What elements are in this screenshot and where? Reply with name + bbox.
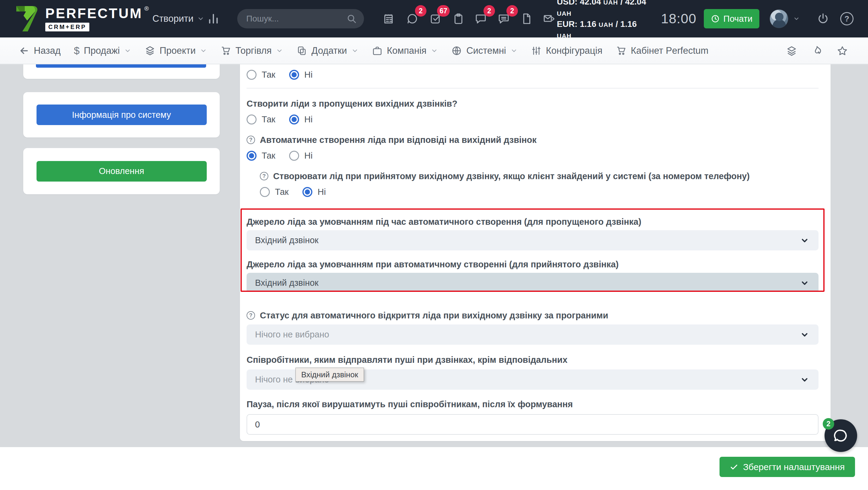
start-timer-button[interactable]: Почати (704, 9, 760, 28)
sliders-icon (531, 45, 542, 56)
pause-input[interactable] (247, 414, 818, 435)
briefcase-icon (372, 45, 383, 56)
chevron-down-icon (276, 47, 283, 54)
help-icon[interactable]: ? (840, 0, 854, 37)
radio-yes[interactable]: Так (247, 115, 275, 124)
dollar-icon: $ (74, 45, 80, 57)
radio-group-missed: Так Ні (247, 113, 818, 126)
chat-widget-badge: 2 (823, 418, 834, 430)
nav-company[interactable]: Компанія (372, 45, 438, 56)
nav-trade[interactable]: Торгівля (220, 45, 283, 56)
chevron-down-icon (200, 47, 207, 54)
logo-seven-icon (14, 5, 39, 33)
select-source-missed[interactable]: Вхідний дзвінок (247, 230, 818, 251)
help-circle-icon[interactable]: ? (247, 311, 255, 320)
start-label: Почати (723, 14, 752, 24)
document-icon[interactable] (520, 12, 533, 25)
layers-icon (145, 45, 155, 56)
back-button[interactable]: Назад (19, 45, 61, 56)
radio-no[interactable]: Ні (289, 151, 312, 161)
save-settings-button[interactable]: Зберегти налаштування (719, 457, 855, 477)
sidebar-card-partial (23, 64, 220, 79)
radio-yes[interactable]: Так (260, 187, 288, 197)
tasks-check-icon[interactable]: 67 (429, 12, 442, 25)
nav-sales[interactable]: $ Продажі (74, 45, 131, 57)
radio-group-top: Так Ні (247, 68, 818, 81)
label-employees-push: Співробітники, яким відправляти пуші при… (247, 354, 818, 366)
radio-circle (247, 151, 256, 161)
divider (247, 88, 818, 88)
clock-icon (711, 14, 720, 23)
logout-power-icon[interactable] (817, 0, 829, 37)
label-source-accepted: Джерело ліда за умовчанням при автоматич… (247, 258, 818, 270)
label-source-missed: Джерело ліда за умовчанням під час автом… (247, 216, 818, 228)
highlighted-region: Джерело ліда за умовчанням під час автом… (241, 208, 825, 292)
system-info-button[interactable]: Інформація про систему (36, 105, 207, 125)
star-icon[interactable] (837, 45, 848, 57)
nav-system[interactable]: Системні (451, 45, 518, 56)
question-auto-create: ? Автоматичне створення ліда при відпові… (247, 134, 818, 146)
nav-apps[interactable]: Додатки (297, 45, 359, 56)
settings-panel: Так Ні Створити ліди з пропущених вихідн… (240, 64, 831, 441)
label-status-open: ? Статус для автоматичного відкриття лід… (247, 309, 818, 321)
radio-group-accepted: Так Ні (260, 185, 818, 199)
label-pause-push: Пауза, після якої вирушатимуть пуші спів… (247, 398, 818, 410)
radio-circle (247, 70, 256, 80)
help-circle-icon[interactable]: ? (260, 172, 268, 180)
search-icon[interactable] (346, 13, 357, 24)
news-feed-icon[interactable] (383, 12, 395, 25)
chat-badge: 2 (415, 5, 427, 17)
nav-cabinet-perfectum[interactable]: Кабінет Perfectum (616, 45, 708, 56)
radio-yes[interactable]: Так (247, 151, 275, 161)
mail-send-icon[interactable] (542, 12, 555, 25)
layers-icon[interactable] (786, 45, 797, 57)
check-icon (730, 463, 738, 471)
currency-eur: EUR: 1.16 UAH / 1.16 UAH (557, 19, 653, 41)
user-menu[interactable] (770, 0, 800, 37)
brand-reg: ® (144, 5, 149, 12)
comments-icon[interactable]: 2 (474, 12, 487, 25)
radio-no[interactable]: Ні (289, 70, 312, 80)
clipboard-icon[interactable] (452, 12, 465, 25)
radio-yes[interactable]: Так (247, 70, 275, 80)
update-button[interactable]: Оновлення (36, 161, 207, 181)
chevron-down-icon (800, 375, 809, 384)
work-timer: 18:00 (661, 0, 696, 37)
create-menu[interactable]: Створити (152, 0, 204, 37)
select-source-accepted[interactable]: Вхідний дзвінок (247, 273, 818, 292)
chevron-down-icon (431, 47, 438, 54)
help-circle-icon[interactable]: ? (247, 136, 255, 144)
copy-icon (297, 45, 307, 56)
search-input[interactable] (246, 14, 346, 24)
chevron-down-icon (800, 278, 809, 288)
cart-icon (616, 45, 626, 56)
radio-no[interactable]: Ні (289, 115, 312, 124)
radio-circle (260, 187, 270, 197)
radio-circle (247, 115, 256, 124)
messages-badge: 2 (506, 5, 518, 17)
chat-widget-button[interactable]: 2 (825, 419, 857, 452)
select-employees-wrap: Нічого не вибрано Вхідний дзвінок (247, 370, 818, 390)
chat-rounds-icon[interactable]: 2 (406, 12, 418, 25)
select-status[interactable]: Нічого не вибрано (247, 324, 818, 345)
sidebar-card-update: Оновлення (23, 148, 220, 194)
nav-configuration[interactable]: Конфігурація (531, 45, 602, 56)
sidebar-button-partial[interactable] (36, 64, 206, 68)
radio-circle (302, 187, 312, 197)
module-nav: Назад $ Продажі Проекти Торгівля Додатки… (0, 37, 868, 64)
chevron-down-icon (197, 15, 204, 22)
currency-rates: USD: 42.04 UAH / 42.04 UAH EUR: 1.16 UAH… (557, 0, 653, 37)
arrow-left-icon (19, 45, 30, 56)
flame-icon[interactable] (811, 45, 823, 57)
stats-chart-icon[interactable] (207, 0, 220, 37)
radio-group-auto-create: Так Ні (247, 149, 818, 162)
search-box (237, 9, 364, 28)
avatar (770, 9, 788, 28)
brand-logo[interactable]: PERFECTUM ® CRM+ERP (14, 0, 149, 37)
cart-icon (220, 45, 231, 56)
currency-usd: USD: 42.04 UAH / 42.04 UAH (557, 0, 653, 19)
tasks-badge: 67 (437, 5, 450, 17)
nav-projects[interactable]: Проекти (145, 45, 207, 56)
messages-lines-icon[interactable]: 2 (497, 12, 510, 25)
radio-no[interactable]: Ні (302, 187, 326, 197)
